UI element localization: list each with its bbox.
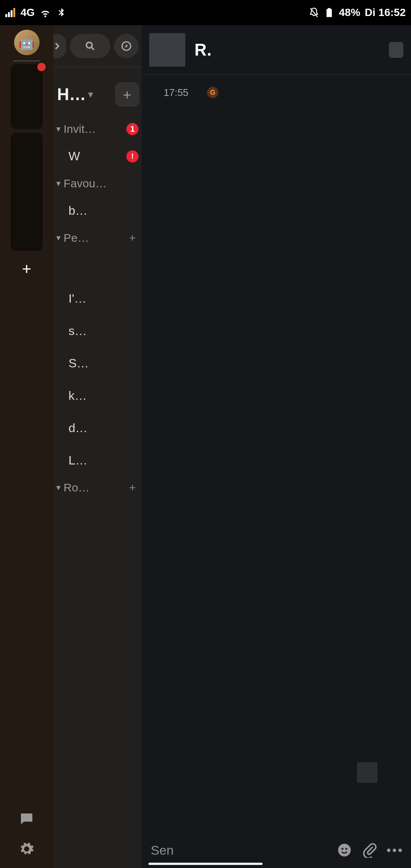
network-type: 4G bbox=[21, 6, 35, 19]
list-item[interactable] bbox=[53, 249, 142, 282]
section-label: Favou… bbox=[64, 177, 139, 190]
section-invites[interactable]: ▾ Invit… 1 bbox=[53, 118, 142, 140]
notification-dot bbox=[37, 63, 46, 71]
section-label: Ro… bbox=[64, 481, 123, 494]
list-item[interactable]: L… bbox=[53, 444, 142, 477]
chat-header[interactable]: R. bbox=[142, 25, 283, 75]
explore-button[interactable] bbox=[114, 34, 139, 58]
chevron-down-icon: ▾ bbox=[56, 179, 61, 188]
list-item[interactable]: d… bbox=[53, 412, 142, 444]
chevron-down-icon: ▾ bbox=[56, 483, 61, 493]
notification-badge: 1 bbox=[126, 123, 139, 135]
message-area[interactable]: 17:55 G bbox=[142, 75, 283, 597]
room-label: I'… bbox=[68, 292, 139, 306]
message-timestamp: 17:55 bbox=[164, 87, 188, 99]
rooms-sidebar: H… ▾ ＋ ▾ Invit… 1 W ! ▾ Favou… b… ▾ Pe… … bbox=[53, 25, 142, 597]
room-label: L… bbox=[68, 453, 139, 468]
section-label: Pe… bbox=[64, 231, 123, 244]
add-space-button[interactable]: + bbox=[19, 262, 34, 277]
android-status-bar: 4G 48% Di 16:52 bbox=[0, 0, 283, 25]
room-label: W bbox=[68, 149, 123, 163]
room-label: k… bbox=[68, 389, 139, 403]
add-person-button[interactable]: + bbox=[126, 231, 139, 244]
signal-icon bbox=[5, 8, 15, 17]
room-label: s… bbox=[68, 324, 139, 338]
add-button[interactable]: ＋ bbox=[115, 82, 139, 107]
avatar[interactable]: 🤖 bbox=[14, 30, 40, 55]
sender-badge: G bbox=[207, 87, 218, 98]
section-people[interactable]: ▾ Pe… + bbox=[53, 227, 142, 249]
divider bbox=[13, 61, 40, 61]
list-item[interactable]: b… bbox=[53, 195, 142, 227]
list-item[interactable]: I'… bbox=[53, 282, 142, 315]
invite-item[interactable]: W ! bbox=[53, 140, 142, 172]
space-tile[interactable] bbox=[11, 133, 43, 251]
chat-title: R. bbox=[194, 40, 212, 59]
spaces-sidebar: 🤖 + bbox=[0, 25, 53, 597]
add-room-button[interactable]: + bbox=[126, 481, 139, 494]
room-label: S… bbox=[68, 356, 139, 370]
alert-badge: ! bbox=[126, 150, 139, 163]
section-favourites[interactable]: ▾ Favou… bbox=[53, 172, 142, 195]
space-title-text: H… bbox=[57, 85, 86, 104]
search-icon bbox=[84, 40, 96, 52]
chat-panel: R. 17:55 G Sen bbox=[142, 25, 283, 597]
list-item[interactable]: k… bbox=[53, 380, 142, 412]
search-button[interactable] bbox=[70, 34, 110, 58]
compass-icon bbox=[121, 40, 132, 52]
bluetooth-icon bbox=[56, 7, 67, 18]
wifi-icon bbox=[40, 7, 51, 18]
chevron-right-icon bbox=[53, 40, 63, 52]
expand-button[interactable] bbox=[53, 34, 66, 58]
space-tile[interactable] bbox=[11, 64, 43, 129]
chevron-down-icon: ▾ bbox=[88, 89, 93, 100]
section-rooms[interactable]: ▾ Ro… + bbox=[53, 477, 142, 499]
svg-point-0 bbox=[86, 42, 92, 48]
section-label: Invit… bbox=[64, 123, 123, 136]
chevron-down-icon: ▾ bbox=[56, 233, 61, 243]
chevron-down-icon: ▾ bbox=[56, 124, 61, 134]
space-title[interactable]: H… ▾ bbox=[57, 85, 93, 104]
chat-avatar[interactable] bbox=[149, 33, 185, 67]
room-label: b… bbox=[68, 204, 139, 218]
room-label: d… bbox=[68, 421, 139, 435]
list-item[interactable]: S… bbox=[53, 347, 142, 380]
list-item[interactable]: s… bbox=[53, 315, 142, 347]
